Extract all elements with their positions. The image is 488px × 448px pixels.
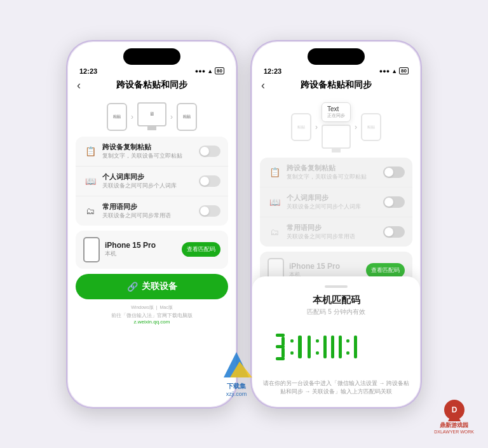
status-bar-left: 12:23 ●●● ▲ 80 — [68, 65, 236, 75]
phrases-icon-left: 🗂 — [83, 204, 97, 218]
svg-rect-10 — [316, 351, 319, 355]
watermark-right-sub: DXLAWYER WORK — [434, 430, 474, 434]
footer-left: Windows版 | Mac版 前往「微信输入法」官网下载电脑版 z.weixi… — [76, 304, 228, 325]
toggle-phrases-left[interactable] — [199, 205, 220, 217]
svg-rect-3 — [281, 337, 285, 346]
status-icons-left: ●●● ▲ 80 — [195, 67, 224, 74]
svg-rect-5 — [290, 339, 294, 343]
toggle-copy-paste-left[interactable] — [199, 146, 220, 157]
battery-left: 80 — [215, 67, 224, 74]
device-sub-left: 本机 — [105, 250, 177, 258]
signal-icon-right: ●●● — [379, 68, 390, 74]
nav-title-left: 跨设备粘贴和同步 — [116, 79, 187, 91]
match-code-btn-left[interactable]: 查看匹配码 — [182, 242, 220, 257]
vocab-title-right: 个人词库同步 — [287, 193, 378, 203]
footer-desc: 前往「微信输入法」官网下载电脑版 — [83, 312, 220, 319]
row-phrases-left: 🗂 常用语同步 关联设备之间可同步常用语 — [76, 196, 228, 226]
phrases-title-left: 常用语同步 — [102, 202, 194, 212]
watermark-left-name: 下载集 — [227, 382, 246, 391]
device-card-left: iPhone 15 Pro 本机 查看匹配码 — [76, 231, 228, 269]
toggle-vocab-left[interactable] — [199, 175, 220, 187]
toggle-vocab-right[interactable] — [383, 196, 405, 208]
modal-desc: 请在你的另一台设备中进入「微信输入法设置 → 跨设备粘贴和同步 → 关联设备」输… — [262, 379, 410, 397]
svg-rect-4 — [281, 348, 285, 358]
watermark-left-url: xzji.com — [226, 391, 247, 397]
transfer-illustration-left: 粘贴 › 🖥 › 粘贴 — [76, 96, 228, 137]
row-copy-paste-right: 📋 跨设备复制粘贴 复制文字，关联设备可立即粘贴 — [260, 158, 412, 187]
watermark-right-name: 鼎新游戏园 — [440, 421, 468, 430]
phrases-sub-left: 关联设备之间可同步常用语 — [102, 212, 194, 220]
dynamic-island-right — [308, 48, 365, 65]
svg-text:D: D — [451, 405, 457, 414]
row-vocab-left: 📖 个人词库同步 关联设备之间可同步个人词库 — [76, 166, 228, 196]
mac-label: Mac版 — [160, 304, 173, 311]
back-btn-right[interactable]: ‹ — [261, 79, 265, 92]
watermark-right-logo: D — [439, 397, 470, 421]
device-name-left: iPhone 15 Pro — [105, 241, 177, 250]
vocab-icon-left: 📖 — [83, 174, 97, 188]
vocab-title-left: 个人词库同步 — [102, 172, 194, 182]
svg-rect-16 — [354, 336, 357, 358]
signal-icon-left: ●●● — [195, 68, 205, 74]
vocab-sub-left: 关联设备之间可同步个人词库 — [102, 182, 194, 190]
copy-paste-sub-right: 复制文字，关联设备可立即粘贴 — [287, 173, 378, 181]
left-phone: 12:23 ●●● ▲ 80 ‹ 跨设备粘贴和同步 粘贴 › 🖥 — [66, 40, 238, 409]
bottom-modal: 本机匹配码 匹配码 5 分钟内有效 — [252, 276, 420, 407]
footer-url[interactable]: z.weixin.qq.com — [83, 319, 220, 325]
back-btn-left[interactable]: ‹ — [77, 79, 81, 92]
svg-rect-12 — [331, 336, 334, 358]
toggle-phrases-right[interactable] — [383, 226, 405, 238]
watermark-right: D 鼎新游戏园 DXLAWYER WORK — [434, 397, 474, 434]
modal-handle — [325, 285, 348, 288]
transfer-illustration-right: › Text 正在同步 › — [260, 96, 412, 158]
code-svg — [273, 330, 400, 365]
svg-rect-7 — [298, 336, 302, 358]
wifi-icon-right: ▲ — [391, 68, 397, 74]
watermark-left-logo — [217, 349, 255, 382]
time-right: 12:23 — [264, 67, 281, 75]
nav-bar-left: ‹ 跨设备粘贴和同步 — [68, 75, 236, 96]
device-phone-icon-left — [83, 237, 100, 262]
settings-card-right: 📋 跨设备复制粘贴 复制文字，关联设备可立即粘贴 📖 个人词库同步 关联设备之间… — [260, 158, 412, 247]
status-bar-right: 12:23 ●●● ▲ 80 — [252, 65, 420, 75]
time-left: 12:23 — [79, 67, 97, 75]
phrases-sub-right: 关联设备之间可同步常用语 — [287, 233, 378, 241]
modal-title: 本机匹配码 — [262, 294, 410, 306]
status-icons-right: ●●● ▲ 80 — [379, 67, 409, 74]
svg-rect-8 — [308, 336, 311, 358]
windows-label: Windows版 — [131, 304, 153, 311]
copy-paste-title-left: 跨设备复制粘贴 — [102, 142, 194, 152]
battery-right: 80 — [399, 67, 409, 74]
match-code-btn-right[interactable]: 查看匹配码 — [366, 263, 405, 278]
phrases-icon-right: 🗂 — [268, 225, 281, 239]
vocab-icon-right: 📖 — [268, 195, 281, 209]
svg-rect-0 — [276, 334, 285, 337]
modal-subtitle: 匹配码 5 分钟内有效 — [262, 308, 410, 316]
nav-bar-right: ‹ 跨设备粘贴和同步 — [252, 75, 420, 96]
toggle-copy-paste-right[interactable] — [383, 166, 405, 178]
right-phone: 12:23 ●●● ▲ 80 ‹ 跨设备粘贴和同步 › — [250, 40, 422, 409]
device-name-right: iPhone 15 Pro — [289, 262, 361, 271]
phrases-title-right: 常用语同步 — [287, 223, 378, 233]
copy-paste-icon-left: 📋 — [83, 144, 97, 158]
row-vocab-right: 📖 个人词库同步 关联设备之间可同步个人词库 — [260, 187, 412, 217]
row-phrases-right: 🗂 常用语同步 关联设备之间可同步常用语 — [260, 217, 412, 247]
copy-paste-sub-left: 复制文字，关联设备可立即粘贴 — [102, 153, 194, 160]
row-copy-paste-left: 📋 跨设备复制粘贴 复制文字，关联设备可立即粘贴 — [76, 137, 228, 166]
settings-card-left: 📋 跨设备复制粘贴 复制文字，关联设备可立即粘贴 📖 个人词库同步 关联设备之间… — [76, 137, 228, 226]
wifi-icon-left: ▲ — [207, 68, 213, 74]
link-icon-left: 🔗 — [127, 282, 138, 292]
link-device-btn-left[interactable]: 🔗 关联设备 — [76, 274, 228, 299]
copy-paste-title-right: 跨设备复制粘贴 — [287, 163, 378, 173]
link-label-left: 关联设备 — [142, 281, 177, 292]
svg-rect-14 — [346, 339, 349, 343]
vocab-sub-right: 关联设备之间可同步个人词库 — [287, 203, 378, 211]
code-display — [262, 324, 410, 372]
svg-rect-11 — [323, 336, 327, 358]
watermark-left: 下载集 xzji.com — [217, 349, 255, 397]
dynamic-island-left — [123, 48, 180, 65]
svg-rect-6 — [290, 351, 294, 355]
nav-title-right: 跨设备粘贴和同步 — [301, 79, 372, 91]
svg-rect-13 — [339, 336, 342, 358]
text-popup: Text 正在同步 — [322, 102, 351, 122]
